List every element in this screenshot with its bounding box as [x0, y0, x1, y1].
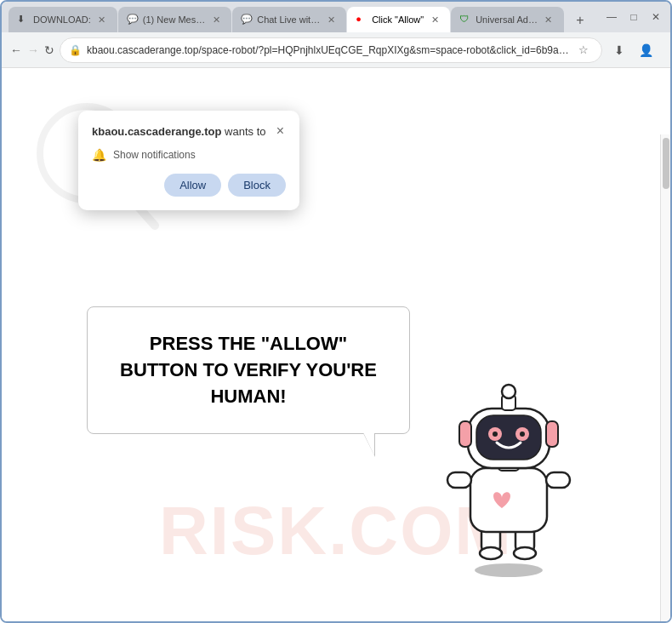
tab-close-1[interactable]: ✕ — [95, 13, 109, 26]
svg-point-6 — [514, 547, 536, 559]
tab-favicon-1: ⬇ — [17, 14, 29, 26]
profile-button[interactable]: 👤 — [635, 38, 658, 62]
svg-point-2 — [475, 563, 543, 577]
tab-favicon-2: 💬 — [127, 14, 139, 26]
notification-popup: kbaou.cascaderange.top wants to × 🔔 Show… — [78, 111, 299, 210]
address-text: kbaou.cascaderange.top/space-robot/?pl=H… — [87, 44, 569, 56]
tab-label-2: (1) New Mes… — [143, 14, 205, 25]
reload-button[interactable]: ↻ — [44, 38, 54, 62]
close-button[interactable]: ✕ — [648, 9, 663, 25]
speech-bubble: PRESS THE "ALLOW" BUTTON TO VERIFY YOU'R… — [87, 306, 410, 434]
back-button[interactable]: ← — [10, 38, 22, 62]
tab-bar: ⬇ DOWNLOAD: ✕ 💬 (1) New Mes… ✕ 💬 Chat Li… — [9, 2, 597, 32]
forward-button[interactable]: → — [27, 38, 39, 62]
tab-favicon-4: ● — [356, 14, 367, 26]
maximize-button[interactable]: □ — [626, 9, 641, 25]
allow-button[interactable]: Allow — [164, 174, 221, 197]
tab-label-4: Click "Allow" — [372, 14, 424, 25]
bookmark-icon[interactable]: ☆ — [574, 41, 593, 60]
svg-point-5 — [480, 547, 502, 559]
download-button[interactable]: ⬇ — [607, 38, 631, 62]
window-controls: — □ ✕ — [604, 9, 663, 25]
svg-point-15 — [493, 432, 498, 437]
tab-label-3: Chat Live wit… — [257, 14, 320, 25]
popup-notification-label: Show notifications — [113, 149, 196, 161]
scrollbar-thumb[interactable] — [663, 138, 669, 189]
bubble-text: PRESS THE "ALLOW" BUTTON TO VERIFY YOU'R… — [113, 331, 384, 409]
svg-point-18 — [502, 385, 515, 398]
tab-close-2[interactable]: ✕ — [209, 13, 223, 26]
browser-window: ⬇ DOWNLOAD: ✕ 💬 (1) New Mes… ✕ 💬 Chat Li… — [0, 0, 672, 623]
svg-rect-12 — [476, 415, 541, 460]
tab-messages[interactable]: 💬 (1) New Mes… ✕ — [118, 7, 231, 32]
svg-rect-8 — [447, 472, 471, 488]
svg-rect-20 — [546, 421, 558, 447]
tab-label-5: Universal Ad… — [476, 14, 538, 25]
tab-click-allow[interactable]: ● Click "Allow" ✕ — [347, 7, 450, 32]
popup-close-button[interactable]: × — [275, 124, 286, 138]
popup-notification-row: 🔔 Show notifications — [92, 148, 286, 162]
scrollbar[interactable] — [660, 134, 670, 621]
address-bar[interactable]: 🔒 kbaou.cascaderange.top/space-robot/?pl… — [60, 37, 602, 63]
block-button[interactable]: Block — [228, 174, 286, 197]
popup-title-suffix: wants to — [221, 125, 265, 138]
tab-universal-ad[interactable]: 🛡 Universal Ad… ✕ — [451, 7, 564, 32]
new-tab-button[interactable]: + — [568, 9, 592, 32]
nav-right-buttons: ⬇ 👤 ⋮ — [607, 38, 672, 62]
lock-icon: 🔒 — [69, 44, 82, 56]
popup-site-name: kbaou.cascaderange.top — [92, 125, 221, 138]
popup-header: kbaou.cascaderange.top wants to × — [92, 124, 286, 140]
tab-close-3[interactable]: ✕ — [324, 13, 338, 26]
tab-favicon-5: 🛡 — [459, 14, 471, 26]
popup-buttons: Allow Block — [92, 174, 286, 197]
address-actions: ☆ — [574, 41, 593, 60]
title-bar: ⬇ DOWNLOAD: ✕ 💬 (1) New Mes… ✕ 💬 Chat Li… — [2, 2, 670, 32]
tab-close-4[interactable]: ✕ — [428, 13, 441, 26]
bell-icon: 🔔 — [92, 148, 106, 162]
tab-download[interactable]: ⬇ DOWNLOAD: ✕ — [9, 7, 117, 32]
svg-rect-19 — [459, 421, 471, 447]
svg-rect-9 — [546, 472, 570, 488]
tab-label-1: DOWNLOAD: — [33, 14, 91, 25]
menu-button[interactable]: ⋮ — [662, 38, 672, 62]
tab-close-5[interactable]: ✕ — [542, 13, 555, 26]
popup-title: kbaou.cascaderange.top wants to — [92, 124, 265, 140]
page-content: RISK.COM PRESS THE "ALLOW" BUTTON TO VER… — [2, 68, 670, 621]
nav-bar: ← → ↻ 🔒 kbaou.cascaderange.top/space-rob… — [2, 32, 670, 68]
tab-favicon-3: 💬 — [241, 14, 253, 26]
svg-point-16 — [520, 432, 525, 437]
minimize-button[interactable]: — — [604, 9, 619, 25]
robot-character — [432, 357, 585, 570]
tab-chat[interactable]: 💬 Chat Live wit… ✕ — [232, 7, 346, 32]
